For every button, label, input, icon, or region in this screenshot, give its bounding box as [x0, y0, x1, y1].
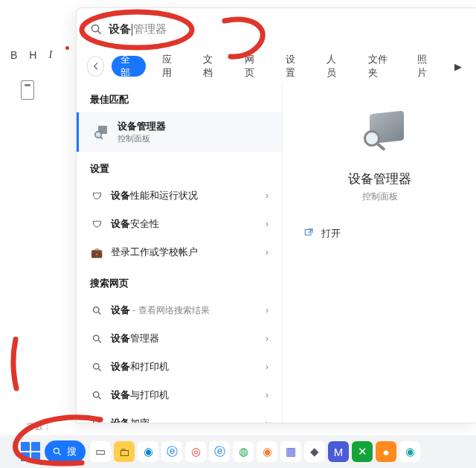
preview-pane: 设备管理器 控制面板 打开 — [282, 83, 476, 423]
unsaved-dot — [65, 46, 69, 50]
svg-line-1 — [98, 31, 101, 33]
search-icon — [90, 418, 103, 423]
start-button[interactable] — [21, 442, 40, 461]
preview-title: 设备管理器 — [348, 170, 411, 187]
heading-button[interactable]: H — [29, 49, 36, 61]
best-match-item[interactable]: 设备管理器 控制面板 — [77, 112, 282, 152]
italic-button[interactable]: I — [48, 49, 52, 61]
svg-point-18 — [54, 448, 59, 453]
filter-photos[interactable]: 照片 — [408, 56, 442, 77]
settings-item-health[interactable]: 🛡设备性能和运行状况 › — [77, 182, 282, 210]
taskbar-app-teal[interactable]: ◉ — [399, 441, 420, 462]
chevron-right-icon: › — [266, 333, 268, 344]
filter-folders[interactable]: 文件夹 — [359, 56, 401, 77]
svg-point-5 — [93, 307, 99, 312]
search-icon — [90, 23, 103, 36]
web-item-4[interactable]: 设备加密› — [77, 409, 282, 423]
svg-line-4 — [100, 137, 103, 139]
filter-apps[interactable]: 应用 — [153, 56, 187, 77]
search-icon — [90, 362, 103, 373]
word-count: 字数： — [27, 421, 51, 432]
chevron-right-icon: › — [266, 219, 268, 229]
chevron-right-icon: › — [266, 362, 268, 372]
web-item-1[interactable]: 设备管理器› — [77, 324, 282, 353]
chevron-right-icon: › — [266, 190, 268, 201]
settings-item-security[interactable]: 🛡设备安全性 › — [77, 210, 282, 238]
results-left: 最佳匹配 设备管理器 控制面板 设置 🛡设备性能和运行状况 › 🛡设备安全性 › — [77, 83, 282, 423]
chevron-right-icon: › — [266, 247, 268, 257]
taskbar-explorer[interactable]: 🗀 — [114, 441, 135, 462]
open-action[interactable]: 打开 — [283, 227, 341, 240]
svg-line-10 — [98, 368, 100, 371]
taskbar-search[interactable]: 搜 — [45, 440, 86, 463]
taskbar-edge-legacy[interactable]: ⓔ — [209, 441, 230, 462]
svg-rect-17 — [305, 229, 311, 235]
section-web: 搜索网页 — [77, 266, 282, 296]
taskbar-firefox[interactable]: ◉ — [257, 441, 277, 462]
settings-item-account[interactable]: 💼登录工作或学校帐户 › — [77, 238, 282, 266]
svg-point-3 — [95, 131, 101, 137]
taskbar-chrome[interactable]: ◎ — [185, 441, 206, 462]
search-input[interactable]: 设备管理器 — [103, 18, 463, 41]
filter-docs[interactable]: 文档 — [194, 56, 228, 77]
open-icon — [303, 228, 314, 240]
search-icon — [90, 333, 103, 344]
search-icon — [90, 305, 103, 316]
svg-line-8 — [98, 340, 100, 342]
taskbar-task-view[interactable]: ▭ — [90, 441, 111, 462]
shield-icon: 🛡 — [90, 190, 103, 202]
filter-more[interactable]: ▶ — [449, 56, 466, 77]
web-item-2[interactable]: 设备和打印机› — [77, 353, 282, 381]
taskbar-app-cube[interactable]: ◆ — [304, 441, 325, 462]
svg-line-12 — [98, 397, 100, 399]
svg-point-9 — [93, 363, 99, 369]
web-item-0[interactable]: 设备 - 查看网络搜索结果› — [77, 296, 282, 324]
taskbar-xbox[interactable]: ✕ — [352, 441, 373, 462]
section-best-match: 最佳匹配 — [77, 83, 282, 112]
briefcase-icon: 💼 — [90, 247, 103, 258]
filter-people[interactable]: 人员 — [318, 56, 351, 77]
taskbar-browser360[interactable]: ◍ — [233, 441, 254, 462]
svg-line-19 — [59, 453, 61, 455]
svg-line-6 — [98, 312, 100, 314]
svg-point-13 — [93, 420, 99, 423]
svg-point-11 — [93, 391, 99, 397]
filter-row: 全部 应用 文档 网页 设置 人员 文件夹 照片 ▶ — [77, 50, 476, 83]
search-panel: 设备管理器 全部 应用 文档 网页 设置 人员 文件夹 照片 ▶ 最佳匹配 设备… — [76, 7, 476, 423]
annotation-3 — [4, 335, 27, 394]
shield-icon: 🛡 — [90, 219, 103, 230]
device-manager-icon — [92, 124, 110, 141]
filter-settings[interactable]: 设置 — [277, 56, 310, 77]
chevron-right-icon: › — [266, 390, 268, 400]
taskbar-app-m[interactable]: M — [328, 441, 349, 462]
svg-point-7 — [93, 335, 99, 341]
web-item-3[interactable]: 设备与打印机› — [77, 381, 282, 409]
taskbar-edge[interactable]: ◉ — [138, 441, 158, 462]
preview-device-manager-icon — [349, 108, 411, 160]
filter-all[interactable]: 全部 — [112, 56, 145, 77]
page-thumbnail — [21, 80, 34, 100]
preview-sub: 控制面板 — [362, 190, 398, 203]
filter-web[interactable]: 网页 — [236, 56, 269, 77]
taskbar-app-orange[interactable]: ● — [376, 441, 396, 462]
chevron-right-icon: › — [266, 418, 268, 423]
taskbar-ie[interactable]: ⓔ — [161, 441, 182, 462]
section-settings: 设置 — [77, 152, 282, 182]
chevron-right-icon: › — [266, 305, 268, 315]
taskbar-app-grid[interactable]: ▦ — [280, 441, 301, 462]
search-icon — [90, 390, 103, 401]
back-button[interactable] — [87, 56, 104, 77]
bold-button[interactable]: B — [10, 49, 17, 61]
taskbar: 搜 ▭🗀◉ⓔ◎ⓔ◍◉▦◆M✕●◉ — [0, 435, 476, 468]
